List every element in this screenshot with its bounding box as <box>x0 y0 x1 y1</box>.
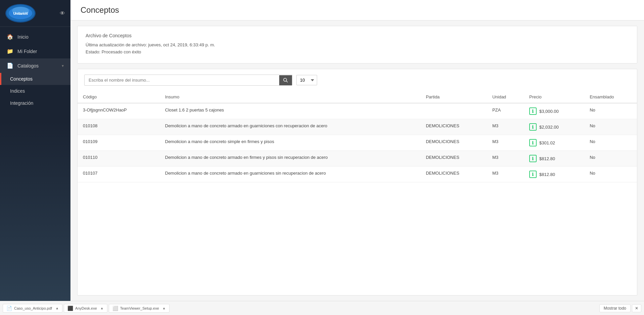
cell-precio: ℹ $301.02 <box>524 135 584 151</box>
page-size-select[interactable]: 10 25 50 100 <box>296 75 317 85</box>
price-info-icon[interactable]: ℹ <box>529 107 537 115</box>
search-input[interactable] <box>85 75 279 85</box>
cell-precio: ℹ $3,000.00 <box>524 103 584 119</box>
sidebar-nav: 🏠 Inicio 📁 Mi Folder 📄 Catalogos ▾ Conce… <box>0 27 70 301</box>
file-info-card: Archivo de Conceptos Última actualizació… <box>77 26 637 63</box>
show-all-label: Mostrar todo <box>604 306 626 311</box>
table-scroll-area[interactable]: Código Insumo Partida Unidad Precio Ensa… <box>78 91 637 295</box>
price-value: $812.80 <box>539 172 555 177</box>
cell-partida: DEMOLICIONES <box>420 119 487 135</box>
cell-unidad: M3 <box>487 151 524 167</box>
col-insumo: Insumo <box>160 91 420 103</box>
exe-red-icon: ⬛ <box>67 306 73 311</box>
file-info-title: Archivo de Conceptos <box>86 33 629 38</box>
cell-unidad: PZA <box>487 103 524 119</box>
cell-codigo: 010108 <box>78 119 160 135</box>
chevron-down-icon: ▾ <box>62 63 64 68</box>
col-partida: Partida <box>420 91 487 103</box>
bottom-bar: 📄 Caso_uso_Anticipo.pdf ▲ ⬛ AnyDesk.exe … <box>0 301 644 315</box>
col-codigo: Código <box>78 91 160 103</box>
sidebar: Unitarios .net 👁 🏠 Inicio 📁 Mi Folder 📄 <box>0 0 70 301</box>
cell-insumo: Demolicion a mano de concreto armado en … <box>160 151 420 167</box>
col-unidad: Unidad <box>487 91 524 103</box>
sidebar-item-conceptos[interactable]: Conceptos <box>0 73 70 85</box>
close-icon: ✕ <box>635 306 638 311</box>
sidebar-label-inicio: Inicio <box>17 34 64 40</box>
table-body: 3-OfjjsgnnCOW2HaoP Closet 1.6 2 puertas … <box>78 103 637 182</box>
cell-insumo: Demolicion a mano de concreto simple en … <box>160 135 420 151</box>
sidebar-label-catalogos: Catalogos <box>17 63 58 69</box>
table-row: 010109 Demolicion a mano de concreto sim… <box>78 135 637 151</box>
download-item-teamviewer[interactable]: ⬜ TeamViewer_Setup.exe ▲ <box>109 304 169 313</box>
sidebar-item-inicio[interactable]: 🏠 Inicio <box>0 30 70 44</box>
col-ensamblado: Ensamblado <box>584 91 637 103</box>
download-item-anydesk[interactable]: ⬛ AnyDesk.exe ▲ <box>64 304 107 313</box>
cell-unidad: M3 <box>487 119 524 135</box>
svg-text:.net: .net <box>24 11 29 14</box>
chevron-up-icon-teamviewer: ▲ <box>162 306 166 310</box>
toggle-sidebar-icon[interactable]: 👁 <box>60 10 65 16</box>
folder-icon: 📁 <box>7 48 13 54</box>
price-info-icon[interactable]: ℹ <box>529 171 537 178</box>
search-button[interactable] <box>279 75 292 85</box>
file-status: Estado: Procesado con éxito <box>86 49 629 54</box>
svg-line-6 <box>286 81 288 82</box>
cell-ensamblado: No <box>584 167 637 182</box>
cell-ensamblado: No <box>584 151 637 167</box>
price-info-icon[interactable]: ℹ <box>529 139 537 146</box>
price-value: $2,032.00 <box>539 125 559 130</box>
sidebar-item-catalogos[interactable]: 📄 Catalogos ▾ <box>0 58 70 73</box>
sidebar-item-integracion[interactable]: Integración <box>0 97 70 109</box>
sidebar-label-mi-folder: Mi Folder <box>17 49 64 54</box>
table-row: 3-OfjjsgnnCOW2HaoP Closet 1.6 2 puertas … <box>78 103 637 119</box>
price-value: $3,000.00 <box>539 109 559 114</box>
show-all-button[interactable]: Mostrar todo <box>599 304 631 312</box>
teamviewer-filename: TeamViewer_Setup.exe <box>120 306 159 310</box>
pdf-filename: Caso_uso_Anticipo.pdf <box>14 306 52 310</box>
sidebar-item-mi-folder[interactable]: 📁 Mi Folder <box>0 44 70 58</box>
table-header-row: Código Insumo Partida Unidad Precio Ensa… <box>78 91 637 103</box>
exe-blue-icon: ⬜ <box>112 306 118 311</box>
cell-unidad: M3 <box>487 135 524 151</box>
cell-partida: DEMOLICIONES <box>420 167 487 182</box>
search-wrapper <box>84 75 292 86</box>
sidebar-label-indices: Indices <box>10 88 25 94</box>
cell-unidad: M3 <box>487 167 524 182</box>
cell-insumo: Closet 1.6 2 puertas 5 cajones <box>160 103 420 119</box>
cell-precio: ℹ $2,032.00 <box>524 119 584 135</box>
svg-point-5 <box>284 78 287 81</box>
cell-precio: ℹ $812.80 <box>524 167 584 182</box>
cell-codigo: 3-OfjjsgnnCOW2HaoP <box>78 103 160 119</box>
file-last-update: Última actualización de archivo: jueves,… <box>86 42 629 47</box>
sidebar-logo: Unitarios .net 👁 <box>0 0 70 27</box>
price-value: $301.02 <box>539 140 555 145</box>
cell-codigo: 010107 <box>78 167 160 182</box>
col-precio: Precio <box>524 91 584 103</box>
price-info-icon[interactable]: ℹ <box>529 123 537 131</box>
table-toolbar: 10 25 50 100 <box>78 69 637 91</box>
home-icon: 🏠 <box>7 34 13 40</box>
cell-partida: DEMOLICIONES <box>420 135 487 151</box>
table-row: 010110 Demolicion a mano de concreto arm… <box>78 151 637 167</box>
anydesk-filename: AnyDesk.exe <box>75 306 97 310</box>
cell-partida <box>420 103 487 119</box>
cell-ensamblado: No <box>584 103 637 119</box>
cell-partida: DEMOLICIONES <box>420 151 487 167</box>
table-row: 010107 Demolicion a mano de concreto arm… <box>78 167 637 182</box>
sidebar-item-indices[interactable]: Indices <box>0 85 70 97</box>
close-bottom-bar-button[interactable]: ✕ <box>632 304 641 312</box>
cell-codigo: 010109 <box>78 135 160 151</box>
table-section: 10 25 50 100 Código Insumo Partida Unida… <box>77 69 637 296</box>
page-title: Conceptos <box>81 5 634 15</box>
sidebar-label-integracion: Integración <box>10 100 33 106</box>
chevron-up-icon-pdf: ▲ <box>55 306 59 310</box>
document-icon: 📄 <box>7 62 13 69</box>
chevron-up-icon-anydesk: ▲ <box>100 306 104 310</box>
price-info-icon[interactable]: ℹ <box>529 155 537 162</box>
pdf-icon: 📄 <box>6 306 12 311</box>
cell-precio: ℹ $812.80 <box>524 151 584 167</box>
download-item-pdf[interactable]: 📄 Caso_uso_Anticipo.pdf ▲ <box>3 304 62 313</box>
page-header: Conceptos <box>70 0 644 20</box>
cell-insumo: Demolicion a mano de concreto armado en … <box>160 119 420 135</box>
cell-insumo: Demolicion a mano de concreto armado en … <box>160 167 420 182</box>
